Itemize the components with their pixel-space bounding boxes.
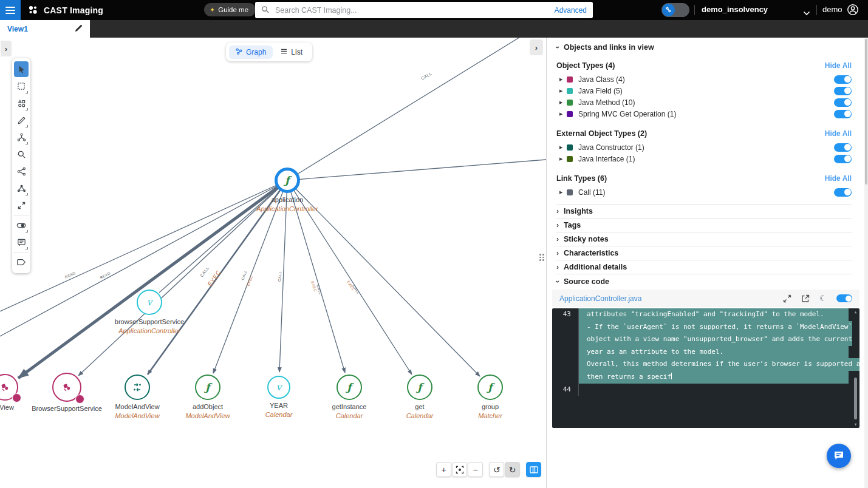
hide-all-object-types[interactable]: Hide All — [825, 61, 852, 70]
workspace-name[interactable]: demo_insolvency — [702, 5, 768, 14]
workspace-chevron-down-icon[interactable] — [803, 7, 810, 18]
search-tool[interactable] — [14, 146, 29, 162]
visibility-toggle[interactable] — [834, 188, 852, 197]
edit-view-name-icon[interactable] — [75, 24, 83, 35]
type-row[interactable]: ▶ Java Method (10) — [556, 97, 852, 108]
section-label: Sticky notes — [564, 235, 609, 243]
section-objects-and-links[interactable]: › Objects and links in view — [556, 40, 852, 55]
graph-edge[interactable] — [159, 180, 287, 293]
node-group[interactable]: ƒ — [477, 374, 503, 400]
chevron-right-icon: › — [556, 249, 559, 257]
open-in-new-window-icon[interactable] — [801, 294, 810, 303]
type-row[interactable]: ▶ Java Class (4) — [556, 73, 852, 85]
panel-resize-handle[interactable] — [539, 254, 544, 261]
marquee-select-tool[interactable] — [14, 78, 29, 94]
cast-logo-icon — [28, 5, 38, 15]
chevron-right-icon: › — [556, 235, 559, 243]
type-row[interactable]: ▶ Spring MVC Get Operation (1) — [556, 108, 852, 120]
edit-tool[interactable] — [14, 112, 29, 128]
code-line: - If the `userAgent` is not supported, i… — [552, 321, 859, 334]
select-tool[interactable] — [14, 61, 29, 77]
node-application[interactable]: ƒ — [275, 168, 300, 193]
toggle-tool[interactable] — [14, 217, 29, 233]
expand-triangle-icon[interactable]: ▶ — [559, 77, 567, 82]
zoom-out-button[interactable]: − — [468, 462, 483, 477]
source-file-name[interactable]: ApplicationController.java — [559, 294, 773, 303]
expand-triangle-icon[interactable]: ▶ — [559, 145, 567, 150]
section-insights[interactable]: › Insights — [556, 204, 852, 218]
expand-triangle-icon[interactable]: ▶ — [559, 89, 567, 93]
expand-source-icon[interactable] — [783, 294, 791, 303]
visibility-toggle[interactable] — [834, 155, 852, 163]
hide-all-external-object-types[interactable]: Hide All — [825, 129, 852, 138]
zoom-fit-button[interactable] — [452, 462, 467, 477]
tab-view1[interactable]: View1 — [0, 20, 90, 38]
source-code-viewer[interactable]: 43 attributes "trackingEnabled" and "tra… — [552, 308, 859, 428]
group-tool[interactable] — [14, 180, 29, 196]
left-panel-expand-button[interactable]: › — [1, 41, 12, 56]
visibility-toggle[interactable] — [834, 110, 852, 118]
visibility-toggle[interactable] — [834, 87, 852, 95]
section-characteristics[interactable]: › Characteristics — [556, 246, 852, 260]
expand-triangle-icon[interactable]: ▶ — [559, 100, 567, 105]
guide-me-button[interactable]: ✦ Guide me — [204, 3, 256, 16]
section-tags[interactable]: › Tags — [556, 218, 852, 232]
node-addObject[interactable]: ƒ — [195, 374, 220, 400]
page-scrollbar[interactable] — [864, 38, 868, 488]
node-getInstance[interactable]: ƒ — [337, 374, 362, 400]
undo-button[interactable]: ↺ — [489, 462, 504, 477]
graph-edge[interactable] — [287, 38, 523, 180]
right-panel-collapse-button[interactable]: › — [530, 39, 543, 55]
type-color-swatch — [567, 111, 573, 117]
section-additional-details[interactable]: › Additional details — [556, 260, 852, 274]
dark-mode-icon[interactable]: ☾ — [819, 294, 827, 303]
node-get[interactable]: ƒ — [407, 374, 432, 400]
code-text: attributes "trackingEnabled" and "tracki… — [579, 308, 849, 321]
tag-tool[interactable] — [14, 254, 29, 270]
visibility-toggle[interactable] — [834, 75, 852, 84]
visibility-toggle[interactable] — [834, 143, 852, 152]
hierarchy-tool[interactable] — [14, 129, 29, 145]
external-object-types-header: External Object Types (2) Hide All — [556, 129, 852, 138]
section-source-code[interactable]: › Source code — [556, 274, 852, 288]
expand-tool[interactable] — [14, 197, 29, 213]
node-browserSupportService-field[interactable]: v — [137, 290, 162, 315]
expand-triangle-icon[interactable]: ▶ — [559, 112, 567, 117]
type-row[interactable]: ▶ Call (11) — [556, 186, 852, 198]
add-objects-tool[interactable] — [14, 95, 29, 111]
zoom-controls: +−↺↻ — [436, 462, 542, 477]
minimap-button[interactable] — [526, 462, 541, 477]
zoom-in-button[interactable]: + — [436, 462, 451, 477]
graph-view-tab[interactable]: Graph — [229, 46, 273, 59]
link-tool[interactable] — [14, 163, 29, 179]
search-bar[interactable]: Search CAST Imaging... Advanced — [255, 2, 593, 18]
source-theme-toggle[interactable] — [836, 294, 852, 302]
code-scrollbar[interactable]: ▲ ▼ — [853, 310, 858, 427]
workspace-switcher-toggle[interactable] — [661, 3, 689, 17]
search-icon — [261, 5, 269, 16]
hide-all-link-types[interactable]: Hide All — [825, 174, 852, 183]
advanced-search-link[interactable]: Advanced — [555, 6, 587, 15]
node-ModelAndView[interactable] — [125, 374, 150, 400]
redo-button[interactable]: ↻ — [505, 462, 520, 477]
user-avatar-icon[interactable] — [847, 4, 859, 18]
visibility-toggle[interactable] — [834, 98, 852, 107]
node-YEAR[interactable]: v — [267, 376, 290, 399]
node-BrowserSupportService[interactable] — [52, 373, 81, 402]
graph-edge[interactable] — [18, 180, 287, 378]
hamburger-menu-button[interactable] — [0, 0, 21, 20]
expand-triangle-icon[interactable]: ▶ — [559, 157, 567, 161]
type-row[interactable]: ▶ Java Interface (1) — [556, 153, 852, 164]
app-title: CAST Imaging — [44, 5, 103, 15]
comment-tool[interactable] — [14, 234, 29, 250]
graph-edge[interactable] — [287, 160, 546, 180]
graph-canvas[interactable]: CALLREADREADCALLEXECCALLEXECCALLEXECCALL… — [0, 38, 546, 488]
expand-triangle-icon[interactable]: ▶ — [559, 190, 567, 195]
type-row[interactable]: ▶ Java Field (5) — [556, 85, 852, 97]
chat-assistant-button[interactable] — [827, 444, 851, 468]
type-row[interactable]: ▶ Java Constructor (1) — [556, 141, 852, 153]
code-line: object with a view name "unsupported_bro… — [552, 333, 859, 346]
username[interactable]: demo — [822, 5, 842, 14]
list-view-tab[interactable]: List — [274, 46, 309, 59]
section-sticky-notes[interactable]: › Sticky notes — [556, 232, 852, 246]
